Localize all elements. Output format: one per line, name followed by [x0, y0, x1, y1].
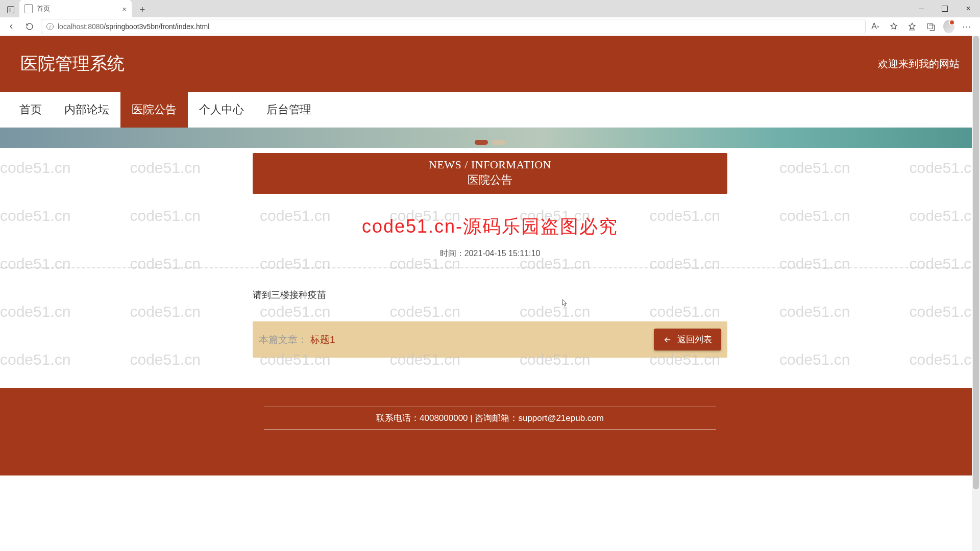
phone-value: 4008000000 [420, 413, 468, 423]
section-header: NEWS / INFORMATION 医院公告 [253, 153, 727, 194]
article-footer: 本篇文章：标题1 返回列表 [253, 321, 727, 358]
nav-profile[interactable]: 个人中心 [188, 92, 255, 128]
article-body: 请到三楼接种疫苗 [253, 289, 727, 301]
phone-label: 联系电话： [376, 413, 420, 423]
page-topbar: 医院管理系统 欢迎来到我的网站 [0, 36, 980, 92]
read-aloud-icon[interactable]: A» [870, 21, 881, 32]
article-footer-text: 本篇文章：标题1 [259, 333, 335, 346]
nav-label: 医院公告 [132, 102, 177, 117]
carousel-dot-1[interactable] [475, 140, 488, 145]
favorites-bar-icon[interactable] [906, 21, 918, 32]
footer-value: 标题1 [310, 334, 335, 345]
banner [0, 128, 980, 148]
toolbar-icons: A» ⋯ [870, 21, 976, 32]
page-icon [24, 4, 33, 13]
footer-sep: | [468, 413, 475, 423]
browser-tab[interactable]: 首页 × [19, 0, 132, 17]
window-close-button[interactable]: × [957, 0, 980, 17]
nav-label: 首页 [19, 102, 42, 117]
window-controls: × [910, 0, 980, 17]
nav-label: 后台管理 [266, 102, 311, 117]
nav-label: 内部论坛 [64, 102, 109, 117]
footer-contact: 联系电话：4008000000 | 咨询邮箱：support@21epub.co… [264, 407, 716, 430]
address-bar[interactable]: localhost:8080/springboot3v5bn/front/ind… [41, 19, 866, 34]
email-label: 咨询邮箱： [475, 413, 518, 423]
site-title: 医院管理系统 [20, 52, 125, 76]
nav-label: 个人中心 [199, 102, 244, 117]
tab-strip: 首页 × + × [0, 0, 980, 17]
back-to-list-button[interactable]: 返回列表 [654, 329, 721, 350]
site-info-icon[interactable] [46, 23, 54, 30]
window-maximize-button[interactable] [933, 0, 957, 17]
nav-announcement[interactable]: 医院公告 [120, 92, 188, 128]
svg-rect-0 [927, 23, 933, 29]
arrow-left-icon [663, 335, 672, 344]
new-tab-button[interactable]: + [135, 2, 150, 17]
footer-label: 本篇文章： [259, 334, 307, 345]
favorites-icon[interactable] [888, 21, 899, 32]
back-nav-button[interactable] [4, 19, 18, 34]
url-path: /springboot3v5bn/front/index.html [104, 22, 209, 31]
window-minimize-button[interactable] [910, 0, 933, 17]
page-footer: 联系电话：4008000000 | 咨询邮箱：support@21epub.co… [0, 388, 980, 475]
back-button-label: 返回列表 [677, 334, 712, 345]
tab-title: 首页 [37, 4, 50, 13]
profile-avatar[interactable] [943, 21, 954, 32]
section-title-chn: 医院公告 [253, 172, 727, 188]
collections-icon[interactable] [925, 21, 936, 32]
more-menu-icon[interactable]: ⋯ [962, 21, 973, 32]
email-value: support@21epub.com [518, 413, 604, 423]
main-nav: 首页 内部论坛 医院公告 个人中心 后台管理 [0, 92, 980, 128]
close-tab-icon[interactable]: × [122, 5, 127, 13]
url-port: :8080 [86, 22, 104, 31]
article: code51.cn-源码乐园盗图必究 时间：2021-04-15 15:11:1… [0, 214, 980, 259]
refresh-button[interactable] [22, 19, 37, 34]
tab-manager-icon[interactable] [2, 2, 19, 17]
divider [0, 267, 980, 268]
vertical-scrollbar[interactable] [972, 36, 980, 551]
address-row: localhost:8080/springboot3v5bn/front/ind… [0, 17, 980, 36]
nav-home[interactable]: 首页 [8, 92, 53, 128]
nav-admin[interactable]: 后台管理 [255, 92, 323, 128]
section-title-eng: NEWS / INFORMATION [253, 158, 727, 171]
scrollbar-thumb[interactable] [973, 36, 979, 489]
welcome-text: 欢迎来到我的网站 [878, 57, 960, 71]
carousel-dot-2[interactable] [492, 140, 505, 145]
time-value: 2021-04-15 15:11:10 [464, 249, 541, 258]
article-title: code51.cn-源码乐园盗图必究 [0, 214, 980, 239]
carousel-dots [475, 140, 505, 145]
browser-chrome: 首页 × + × localhost:8080/springboot3v5bn/… [0, 0, 980, 36]
nav-forum[interactable]: 内部论坛 [53, 92, 120, 128]
url-host: localhost [58, 22, 86, 31]
time-label: 时间： [440, 249, 464, 258]
article-time: 时间：2021-04-15 15:11:10 [0, 248, 980, 259]
